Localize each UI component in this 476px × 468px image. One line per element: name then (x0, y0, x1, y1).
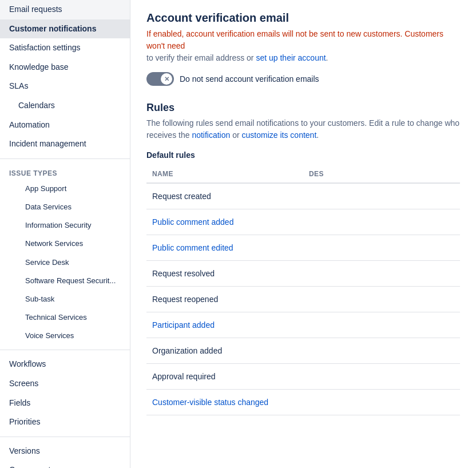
sidebar: Email requests Customer notifications Sa… (0, 0, 130, 468)
default-rules-title: Default rules (146, 150, 460, 160)
col-name: Name (146, 165, 303, 183)
sidebar-item-software-request[interactable]: Software Request Securit... (0, 272, 130, 290)
sidebar-item-data-services[interactable]: Data Services (0, 198, 130, 216)
sidebar-item-components[interactable]: Components (0, 461, 130, 468)
rules-desc-or: or (230, 130, 241, 140)
sidebar-item-voice-services[interactable]: Voice Services (0, 327, 130, 345)
table-row: Public comment added (146, 209, 460, 235)
sidebar-item-knowledge-base[interactable]: Knowledge base (0, 58, 130, 77)
rules-section-title: Rules (146, 102, 460, 114)
rule-desc-customer-visible-status (303, 390, 460, 415)
sidebar-item-email-requests[interactable]: Email requests (0, 0, 130, 19)
table-row: Request created (146, 183, 460, 209)
sidebar-item-workflows[interactable]: Workflows (0, 355, 130, 374)
sidebar-item-service-desk[interactable]: Service Desk (0, 253, 130, 272)
rule-name-customer-visible-status[interactable]: Customer-visible status changed (152, 398, 268, 407)
sidebar-item-calendars[interactable]: Calendars (0, 96, 130, 116)
rule-desc-request-resolved (303, 261, 460, 287)
rule-desc-organization-added (303, 338, 460, 364)
account-verification-desc: If enabled, account verification emails … (146, 28, 460, 64)
table-row: Approval required (146, 364, 460, 390)
issue-types-label: Issue types (0, 164, 130, 180)
toggle-label: Do not send account verification emails (180, 74, 319, 84)
main-content: Account verification email If enabled, a… (130, 0, 476, 468)
divider-1 (0, 158, 130, 159)
rule-desc-request-reopened (303, 287, 460, 312)
rules-section-desc: The following rules send email notificat… (146, 117, 460, 141)
rule-desc-approval-required (303, 364, 460, 390)
toggle-switch[interactable]: ✕ (146, 72, 174, 86)
notification-link[interactable]: notification (192, 130, 230, 140)
rule-name-public-comment-added[interactable]: Public comment added (152, 217, 233, 227)
sidebar-item-sub-task[interactable]: Sub-task (0, 290, 130, 308)
sidebar-item-app-support[interactable]: App Support (0, 180, 130, 198)
sidebar-item-fields[interactable]: Fields (0, 394, 130, 413)
sidebar-item-screens[interactable]: Screens (0, 374, 130, 394)
rule-name-request-created: Request created (152, 192, 211, 201)
customize-link[interactable]: customize its content (242, 130, 317, 140)
table-row: Request resolved (146, 261, 460, 287)
page-title: Account verification email (146, 11, 460, 25)
sidebar-item-priorities[interactable]: Priorities (0, 413, 130, 432)
sidebar-item-slas[interactable]: SLAs (0, 77, 130, 96)
rule-name-organization-added: Organization added (152, 346, 222, 355)
sidebar-item-incident-management[interactable]: Incident management (0, 134, 130, 154)
sidebar-item-network-services[interactable]: Network Services (0, 235, 130, 253)
table-row: Participant added (146, 312, 460, 338)
toggle-knob: ✕ (161, 73, 172, 85)
sidebar-item-satisfaction-settings[interactable]: Satisfaction settings (0, 38, 130, 58)
sidebar-item-technical-services[interactable]: Technical Services (0, 308, 130, 327)
rule-name-participant-added[interactable]: Participant added (152, 320, 215, 330)
rules-tbody: Request createdPublic comment addedPubli… (146, 183, 460, 415)
warning-text-1: If enabled, account verification emails … (146, 29, 443, 50)
rule-name-public-comment-edited[interactable]: Public comment edited (152, 243, 233, 252)
sidebar-item-customer-notifications[interactable]: Customer notifications (0, 19, 130, 39)
table-header: Name Des (146, 165, 460, 183)
rule-desc-public-comment-edited (303, 235, 460, 261)
rule-name-approval-required: Approval required (152, 372, 216, 381)
table-row: Request reopened (146, 287, 460, 312)
warning-text-2: to verify their email address or (146, 53, 254, 62)
rules-desc-end: . (316, 130, 319, 140)
rules-table: Name Des Request createdPublic comment a… (146, 165, 460, 415)
table-row: Customer-visible status changed (146, 390, 460, 415)
rule-name-request-reopened: Request reopened (152, 295, 218, 304)
table-row: Public comment edited (146, 235, 460, 261)
sidebar-item-information-security[interactable]: Information Security (0, 216, 130, 235)
sidebar-item-automation[interactable]: Automation (0, 116, 130, 135)
toggle-row: ✕ Do not send account verification email… (146, 72, 460, 86)
rule-desc-participant-added (303, 312, 460, 338)
table-row: Organization added (146, 338, 460, 364)
col-desc: Des (303, 165, 460, 183)
rule-desc-public-comment-added (303, 209, 460, 235)
set-up-account-link[interactable]: set up their account (256, 53, 326, 62)
rule-desc-request-created (303, 183, 460, 209)
divider-2 (0, 350, 130, 350)
sidebar-item-versions[interactable]: Versions (0, 442, 130, 461)
divider-3 (0, 437, 130, 437)
rule-name-request-resolved: Request resolved (152, 269, 215, 278)
